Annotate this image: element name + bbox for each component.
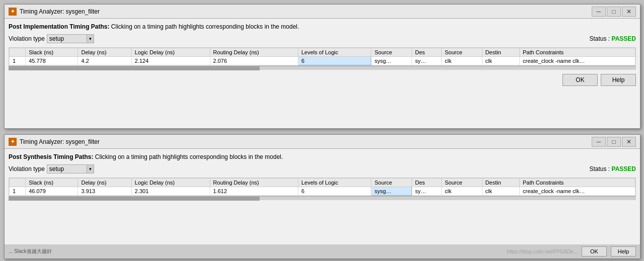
status-area-2: Status : PASSED: [590, 165, 636, 172]
help-button-2[interactable]: Help: [611, 246, 636, 256]
window-content-1: Post Implementation Timing Paths: Clicki…: [5, 19, 640, 90]
cell-delay-2-0: 3.913: [78, 187, 131, 195]
window-title-2: Timing Analyzer: sysgen_filter: [20, 138, 592, 145]
cell-path-1-0: create_clock -name clk…: [520, 56, 635, 65]
timing-table-2: Slack (ns) Delay (ns) Logic Delay (ns) R…: [9, 178, 635, 196]
title-bar-1: ✦ Timing Analyzer: sysgen_filter ─ □ ✕: [5, 5, 640, 19]
table-row[interactable]: 1 46.079 3.913 2.301 1.612 6 sysg… sy… c…: [10, 187, 635, 195]
info-bold-1: Post Implementation Timing Paths:: [9, 23, 109, 30]
watermark-text: https://blog.csdn.net/FPGADe...: [507, 249, 578, 254]
info-text-2: Clicking on a timing path highlights cor…: [95, 153, 283, 160]
minimize-button-1[interactable]: ─: [592, 7, 606, 17]
info-bar-1: Post Implementation Timing Paths: Clicki…: [9, 23, 636, 31]
status-value-2: PASSED: [612, 165, 636, 172]
col-logic-delay-1: Logic Delay (ns): [131, 48, 210, 56]
status-label-1: Status :: [590, 35, 610, 42]
col-delay-1: Delay (ns): [78, 48, 131, 56]
maximize-button-1[interactable]: □: [607, 7, 621, 17]
col-source-2: Source: [371, 178, 412, 187]
violation-wrapper-2: Violation type ▼ Status : PASSED: [9, 164, 636, 176]
help-button-1[interactable]: Help: [601, 74, 636, 86]
table-header-row-2: Slack (ns) Delay (ns) Logic Delay (ns) R…: [10, 178, 635, 187]
maximize-button-2[interactable]: □: [607, 137, 621, 147]
table-header-row-1: Slack (ns) Delay (ns) Logic Delay (ns) R…: [10, 48, 635, 56]
cell-des-1-0: sy…: [412, 56, 442, 65]
status-label-2: Status :: [590, 165, 610, 172]
violation-dropdown-arrow-2[interactable]: ▼: [87, 164, 94, 173]
bottom-bar-1: OK Help: [9, 74, 636, 86]
close-button-2[interactable]: ✕: [622, 137, 636, 147]
info-bold-2: Post Synthesis Timing Paths:: [9, 153, 93, 160]
bottom-right-area: https://blog.csdn.net/FPGADe... OK Help: [507, 246, 636, 256]
cell-logic-delay-1-0: 2.124: [131, 56, 210, 65]
timing-table-1: Slack (ns) Delay (ns) Logic Delay (ns) R…: [9, 48, 635, 65]
col-delay-2: Delay (ns): [78, 178, 131, 187]
ok-button-1[interactable]: OK: [562, 74, 598, 86]
cell-num-2-0: 1: [10, 187, 26, 195]
col-source-clk-2: Source: [441, 178, 482, 187]
app-icon-2: ✦: [9, 138, 17, 146]
minimize-button-2[interactable]: ─: [592, 137, 606, 147]
violation-wrapper-1: Violation type ▼ Status : PASSED: [9, 34, 636, 45]
cell-routing-delay-2-0: 1.612: [210, 187, 298, 195]
cell-path-2-0: create_clock -name clk…: [520, 187, 635, 195]
col-des-1: Des: [412, 48, 442, 56]
cell-routing-delay-1-0: 2.076: [210, 56, 298, 65]
scroll-thumb-2[interactable]: [9, 197, 260, 201]
col-routing-delay-1: Routing Delay (ns): [210, 48, 298, 56]
col-destin-2: Destin: [482, 178, 519, 187]
col-num-2: [10, 178, 26, 187]
col-routing-delay-2: Routing Delay (ns): [210, 178, 298, 187]
table-container-1: Slack (ns) Delay (ns) Logic Delay (ns) R…: [9, 47, 636, 66]
cell-levels-2-0: 6: [298, 187, 371, 195]
col-source-1: Source: [371, 48, 412, 56]
col-path-2: Path Constraints: [520, 178, 635, 187]
cell-destin-1-0: clk: [482, 56, 519, 65]
col-num-1: [10, 48, 26, 56]
table-container-2: Slack (ns) Delay (ns) Logic Delay (ns) R…: [9, 178, 636, 196]
status-area-1: Status : PASSED: [590, 35, 636, 42]
cell-slack-1-0: 45.778: [26, 56, 78, 65]
col-levels-2: Levels of Logic: [298, 178, 371, 187]
bottom-status-text: ... Slack值越大越好: [9, 248, 52, 255]
cell-source-1-0: sysg…: [371, 56, 412, 65]
cell-slack-2-0: 46.079: [26, 187, 78, 195]
violation-row-2: Violation type ▼: [9, 164, 94, 173]
col-source-clk-1: Source: [441, 48, 482, 56]
cell-destin-2-0: clk: [482, 187, 519, 195]
violation-label-2: Violation type: [9, 165, 45, 172]
cell-source-2-0: sysg…: [371, 187, 412, 195]
window-synthesis: ✦ Timing Analyzer: sysgen_filter ─ □ ✕ P…: [4, 134, 640, 259]
col-logic-delay-2: Logic Delay (ns): [131, 178, 210, 187]
window-controls-1: ─ □ ✕: [592, 7, 636, 17]
violation-label-1: Violation type: [9, 35, 45, 42]
col-levels-1: Levels of Logic: [298, 48, 371, 56]
col-destin-1: Destin: [482, 48, 519, 56]
close-button-1[interactable]: ✕: [622, 7, 636, 17]
violation-input-1[interactable]: [47, 34, 87, 43]
bottom-status-bar: ... Slack值越大越好 https://blog.csdn.net/FPG…: [5, 244, 640, 258]
cell-logic-delay-2-0: 2.301: [131, 187, 210, 195]
violation-input-2[interactable]: [47, 164, 87, 173]
window-content-2: Post Synthesis Timing Paths: Clicking on…: [5, 149, 640, 204]
col-slack-1: Slack (ns): [26, 48, 78, 56]
violation-dropdown-arrow-1[interactable]: ▼: [87, 34, 94, 43]
scroll-thumb-1[interactable]: [9, 66, 260, 70]
info-bar-2: Post Synthesis Timing Paths: Clicking on…: [9, 153, 636, 161]
col-path-1: Path Constraints: [520, 48, 635, 56]
info-text-1: Clicking on a timing path highlights cor…: [111, 23, 299, 30]
status-value-1: PASSED: [612, 35, 636, 42]
cell-levels-1-0: 6: [298, 56, 371, 65]
table-row[interactable]: 1 45.778 4.2 2.124 2.076 6 sysg… sy… clk…: [10, 56, 635, 65]
scroll-bar-2[interactable]: [9, 196, 636, 200]
col-des-2: Des: [412, 178, 442, 187]
ok-button-2[interactable]: OK: [582, 246, 607, 256]
col-slack-2: Slack (ns): [26, 178, 78, 187]
violation-row-1: Violation type ▼: [9, 34, 94, 43]
scroll-bar-1[interactable]: [9, 66, 636, 70]
app-icon-1: ✦: [9, 8, 17, 16]
window-title-1: Timing Analyzer: sysgen_filter: [20, 8, 592, 15]
title-bar-2: ✦ Timing Analyzer: sysgen_filter ─ □ ✕: [5, 135, 640, 149]
window-controls-2: ─ □ ✕: [592, 137, 636, 147]
cell-des-2-0: sy…: [412, 187, 442, 195]
